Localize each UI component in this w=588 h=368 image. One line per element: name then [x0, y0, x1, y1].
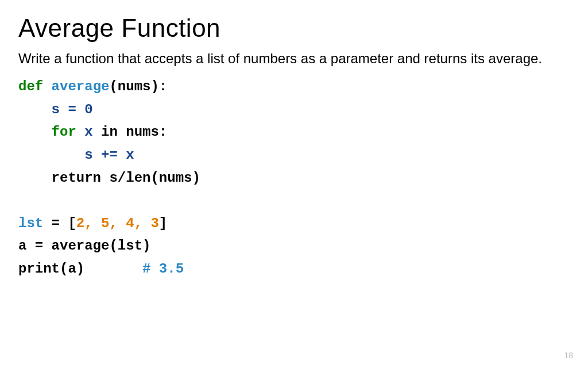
code-l6-d: ] [159, 216, 167, 231]
code-l1-kw: def [18, 79, 43, 94]
code-l6-var: lst [18, 216, 43, 231]
code-l7: a = average(lst) [18, 238, 150, 254]
code-l3-kw: for [52, 124, 76, 140]
code-l6-nums: 2, 5, 4, 3 [76, 216, 159, 231]
code-block: def average(nums): s = 0 for x in nums: … [18, 75, 570, 280]
code-l8-comment: # 3.5 [142, 261, 184, 277]
code-l1-rest: (nums): [109, 79, 167, 94]
code-l5: return s/len(nums) [52, 170, 200, 186]
code-l1-fn: average [43, 79, 109, 94]
code-l3-rest: in nums: [93, 124, 168, 140]
code-l8-a: print(a) [18, 261, 142, 277]
slide: Average Function Write a function that a… [0, 0, 588, 368]
code-l4: s += x [84, 147, 134, 163]
slide-title: Average Function [18, 14, 570, 43]
code-l3-var: x [76, 124, 93, 140]
code-l2: s = 0 [52, 102, 93, 117]
slide-description: Write a function that accepts a list of … [18, 49, 570, 67]
page-number: 18 [564, 351, 573, 360]
code-l6-b: = [ [43, 216, 76, 231]
